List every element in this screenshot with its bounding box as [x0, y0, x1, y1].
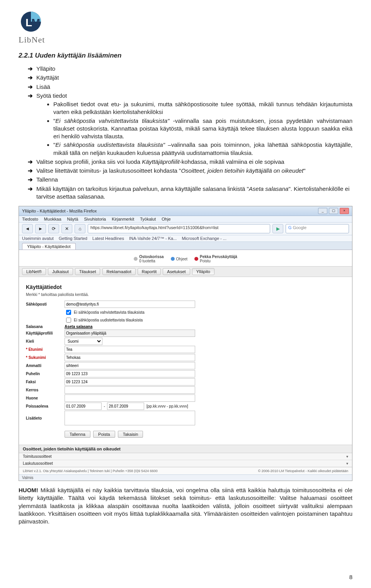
- nav-libnet[interactable]: LibNet®: [22, 268, 46, 275]
- label-fax: Faksi: [26, 380, 65, 384]
- first-field[interactable]: [65, 346, 195, 353]
- close-button[interactable]: ×: [340, 208, 349, 214]
- label-password: Salasana: [26, 325, 65, 329]
- bookmark-item[interactable]: Latest Headlines: [92, 236, 124, 241]
- accordion-addresses[interactable]: Osoitteet, joiden tietoihin käyttäjällä …: [19, 445, 352, 453]
- form-buttons: Tallenna Poista Takaisin: [65, 431, 345, 438]
- reload-icon[interactable]: ⟳: [48, 224, 59, 233]
- label-away: Poissaoleva: [26, 404, 65, 408]
- back-button[interactable]: Takaisin: [118, 431, 143, 438]
- nav-raportit[interactable]: Raportit: [138, 268, 161, 275]
- help-icon: [171, 257, 175, 261]
- step-syota-tiedot: Syötä tiedot Pakolliset tiedot ovat etu-…: [28, 92, 352, 157]
- fax-field[interactable]: [65, 378, 195, 386]
- label-first: * Etunimi: [26, 347, 65, 352]
- user-chip[interactable]: Pekka PeruskäyttäjäPoistu: [194, 255, 237, 263]
- cart-chip[interactable]: Ostoskorissa0 tuotetta: [134, 255, 163, 263]
- go-icon[interactable]: ▶: [272, 224, 283, 233]
- home-icon[interactable]: ⌂: [75, 224, 85, 233]
- bookmark-item[interactable]: Getting Started: [59, 236, 87, 241]
- browser-mock: Ylläpito - Käyttäjätiedot - Mozilla Fire…: [19, 206, 352, 481]
- bookmark-item[interactable]: INA-Vaihde 24/7™ - Ka...: [129, 236, 177, 241]
- step-save: Tallenna: [28, 176, 352, 184]
- row-room: Huone: [26, 394, 345, 402]
- menu-bookmarks[interactable]: Kirjanmerkit: [112, 217, 134, 221]
- logo-word: LibNet: [19, 35, 352, 45]
- floor-field[interactable]: [65, 386, 195, 394]
- app-topbar: Ostoskorissa0 tuotetta Ohjeet Pekka Peru…: [19, 253, 352, 266]
- email-field[interactable]: [65, 301, 195, 308]
- chevron-down-icon: ▾: [346, 461, 348, 466]
- status-text: Valmis: [22, 476, 33, 480]
- app-content: Käyttäjätiedot Merkki * tarkoittaa pakol…: [19, 277, 352, 445]
- bookmarks-label: Useimmin avatut: [22, 236, 54, 241]
- step-addresses: Valitse liitettävät toimitus- ja laskutu…: [28, 167, 352, 175]
- row-floor: Kerros: [26, 386, 345, 394]
- browser-bookmarks-bar: Useimmin avatut Getting Started Latest H…: [19, 235, 352, 242]
- menu-file[interactable]: Tiedosto: [22, 217, 38, 221]
- browser-titlebar: Ylläpito - Käyttäjätiedot - Mozilla Fire…: [19, 206, 352, 216]
- footer-right: © 2006-2010 LM Tietopalvelut - Kaikki oi…: [258, 469, 348, 473]
- menu-view[interactable]: Näytä: [67, 217, 78, 221]
- row-first: * Etunimi: [26, 346, 345, 353]
- row-last: * Sukunimi: [26, 354, 345, 361]
- forward-icon[interactable]: ►: [35, 224, 46, 233]
- sub-bullets: Pakolliset tiedot ovat etu- ja sukunimi,…: [36, 100, 352, 157]
- row-occ: Ammatti: [26, 362, 345, 369]
- browser-title: Ylläpito - Käyttäjätiedot - Mozilla Fire…: [22, 209, 97, 213]
- set-password-link[interactable]: Aseta salasana: [65, 325, 92, 329]
- row-fax: Faksi: [26, 378, 345, 386]
- accordion-bill[interactable]: Laskutusosoitteet▾: [19, 460, 352, 467]
- chk-no-confirm-mail[interactable]: [66, 310, 71, 315]
- occ-field[interactable]: [65, 362, 195, 369]
- back-icon[interactable]: ◄: [22, 224, 33, 233]
- away-to-field[interactable]: [107, 403, 144, 410]
- step-kayttajat: Käyttäjät: [28, 74, 352, 82]
- menu-history[interactable]: Sivuhistoria: [84, 217, 106, 221]
- row-chk2: Ei sähköpostia uudistettavista tilauksis…: [65, 316, 345, 324]
- accordion-ship[interactable]: Toimitusosoitteet▾: [19, 453, 352, 460]
- bookmark-item[interactable]: Microsoft Exchange - ...: [182, 236, 226, 241]
- tel-field[interactable]: [65, 370, 195, 377]
- svg-text:M: M: [31, 17, 40, 29]
- label-extra: Lisätieto: [26, 416, 65, 420]
- row-lang: Kieli Suomi: [26, 338, 345, 345]
- lang-select[interactable]: Suomi: [65, 338, 102, 345]
- browser-tab[interactable]: Ylläpito - Käyttäjätiedot: [22, 243, 76, 250]
- logout-icon: [194, 257, 198, 261]
- extra-field[interactable]: [65, 411, 195, 425]
- help-chip[interactable]: Ohjeet: [171, 255, 187, 263]
- url-bar[interactable]: https://www.libnet.fi/yllapito/kayttaja.…: [88, 224, 270, 233]
- last-field[interactable]: [65, 354, 195, 361]
- minimize-button[interactable]: _: [318, 208, 327, 214]
- bullet-no-renew-mail: "Ei sähköpostia uudistettavista tilauksi…: [53, 141, 352, 157]
- label-last: * Sukunimi: [26, 355, 65, 360]
- delete-button[interactable]: Poista: [93, 431, 115, 438]
- logo-icon: L M: [19, 9, 43, 34]
- chk-no-renew-mail[interactable]: [66, 318, 71, 323]
- nav-asetukset[interactable]: Asetukset: [163, 268, 190, 275]
- note-lead: HUOM!: [19, 487, 38, 493]
- away-from-field[interactable]: [65, 403, 102, 410]
- browser-statusbar: Valmis: [19, 474, 352, 481]
- save-button[interactable]: Tallenna: [65, 431, 90, 438]
- nav-julkaisut[interactable]: Julkaisut: [48, 268, 73, 275]
- step-yllapito: Ylläpito: [28, 65, 352, 73]
- profile-field[interactable]: [65, 330, 195, 337]
- maximize-button[interactable]: ▢: [329, 208, 338, 214]
- menu-tools[interactable]: Työkalut: [140, 217, 156, 221]
- menu-edit[interactable]: Muokkaa: [44, 217, 61, 221]
- room-field[interactable]: [65, 394, 195, 402]
- nav-tilaukset[interactable]: Tilaukset: [75, 268, 100, 275]
- app-area: Ostoskorissa0 tuotetta Ohjeet Pekka Peru…: [19, 250, 352, 474]
- row-password: Salasana Aseta salasana: [26, 325, 345, 329]
- stop-icon[interactable]: ✕: [61, 224, 72, 233]
- step-lisaa: Lisää: [28, 83, 352, 91]
- chk-no-confirm-mail-label: Ei sähköpostia vahvistettavista tilauksi…: [74, 310, 145, 314]
- note-paragraph: HUOM! Mikäli käyttäjällä ei näy kaikkia …: [19, 486, 352, 525]
- label-lang: Kieli: [26, 339, 65, 343]
- menu-help[interactable]: Ohje: [162, 217, 170, 221]
- nav-reklamaatiot[interactable]: Reklamaatiot: [102, 268, 136, 275]
- search-box[interactable]: G Google: [286, 224, 349, 233]
- nav-yllapito[interactable]: Ylläpito: [192, 268, 214, 275]
